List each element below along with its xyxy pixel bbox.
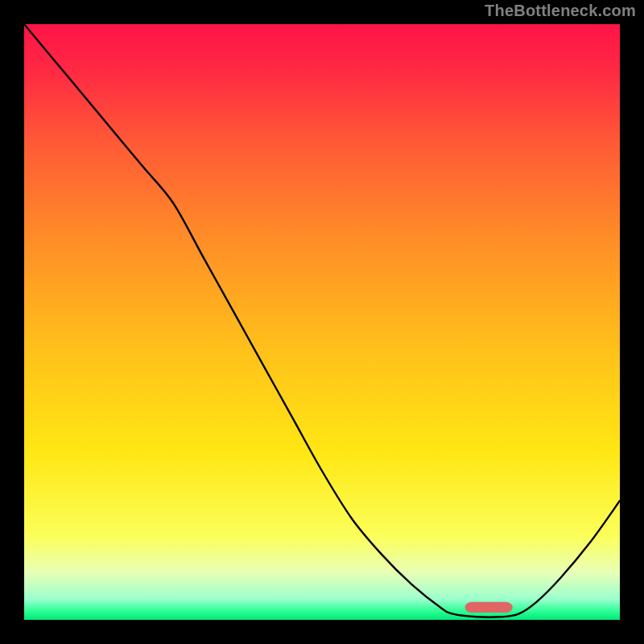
watermark-label: TheBottleneck.com [485, 2, 636, 20]
valley-marker [465, 602, 513, 613]
gradient-background [24, 24, 620, 620]
plot-area [24, 24, 620, 620]
chart-svg [24, 24, 620, 620]
chart-stage: TheBottleneck.com [0, 0, 644, 644]
